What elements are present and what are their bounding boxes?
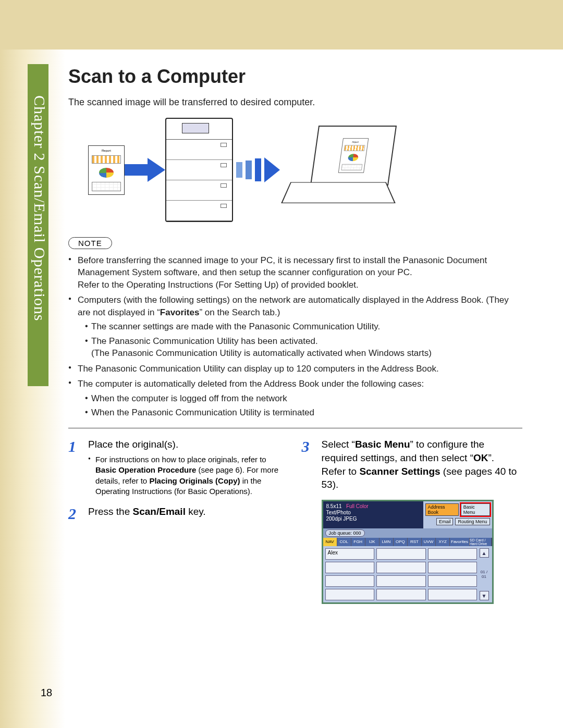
mfp-printer-icon [165, 118, 233, 222]
job-queue-pill[interactable]: Job queue: 000 [325, 529, 365, 537]
note-item: The Panasonic Communication Utility can … [68, 363, 522, 375]
page-title: Scan to a Computer [68, 66, 522, 88]
scroll-up-icon[interactable]: ▲ [480, 548, 489, 558]
steps-row: 1 Place the original(s). For instruction… [68, 438, 522, 604]
address-cell[interactable] [325, 589, 375, 600]
transfer-diagram: Report Report [88, 115, 522, 225]
note-badge: NOTE [68, 237, 112, 249]
note-subitem: When the Panasonic Communication Utility… [85, 406, 522, 418]
document-thumb-left: Report [88, 145, 125, 195]
routing-menu-button[interactable]: Routing Menu [455, 518, 489, 525]
report-label: Report [345, 141, 366, 143]
ss-tab[interactable]: XYZ [436, 538, 450, 546]
content-area: Scan to a Computer The scanned image wil… [65, 61, 522, 728]
address-cell[interactable] [325, 575, 375, 587]
arrow-stripes-icon [236, 157, 283, 182]
laptop-icon: Report [286, 126, 396, 214]
email-button[interactable]: Email [436, 518, 454, 525]
mini-pie-chart-icon [99, 168, 114, 178]
basic-menu-button[interactable]: Basic Menu [461, 503, 490, 516]
ss-tab[interactable]: FGH [351, 538, 365, 546]
step-1: 1 Place the original(s). For instruction… [68, 438, 289, 497]
note-item: Before transferring the scanned image to… [68, 254, 522, 291]
ss-tabs: NAV COL FGH IJK LMN OPQ RST UVW XYZ Favo… [323, 538, 492, 546]
mini-bar-chart-icon [92, 155, 121, 164]
step-number: 2 [68, 505, 81, 523]
mini-line-chart-icon [92, 182, 121, 191]
address-cell[interactable] [428, 548, 478, 560]
ss-tab-favorites[interactable]: Favorites [450, 538, 470, 546]
address-book-button[interactable]: Address Book [425, 503, 459, 516]
note-list: Before transferring the scanned image to… [68, 254, 522, 418]
ss-tab[interactable]: LMN [380, 538, 394, 546]
note-subitem: The Panasonic Communication Utility has … [85, 335, 522, 360]
address-cell[interactable] [376, 575, 426, 587]
page-number: 18 [41, 687, 52, 699]
step-2: 2 Press the Scan/Email key. [68, 505, 289, 523]
address-cell[interactable] [376, 562, 426, 573]
ss-tab-sdcard[interactable]: SD Card / Hard Drive [470, 538, 492, 546]
address-cell[interactable] [428, 589, 478, 600]
report-label: Report [92, 149, 121, 152]
address-cell[interactable] [325, 562, 375, 573]
address-cell[interactable]: Alex [325, 548, 375, 560]
ss-tab[interactable]: OPQ [394, 538, 408, 546]
note-item: Computers (with the following settings) … [68, 294, 522, 359]
scroll-down-icon[interactable]: ▼ [480, 591, 489, 600]
note-item: The computer is automatically deleted fr… [68, 378, 522, 418]
step-3: 3 Select “Basic Menu” to configure the r… [302, 438, 523, 491]
address-cell[interactable] [376, 589, 426, 600]
header-band [0, 0, 563, 50]
note-subitem: The scanner settings are made with the P… [85, 320, 522, 332]
ss-tab[interactable]: NAV [323, 538, 337, 546]
divider [68, 428, 522, 428]
ss-tab[interactable]: RST [408, 538, 422, 546]
step-number: 1 [68, 438, 81, 497]
ss-address-grid: Alex [325, 548, 478, 600]
ss-tab[interactable]: COL [337, 538, 351, 546]
page-indicator: 01 / 01 [479, 570, 490, 579]
ss-tab[interactable]: UVW [422, 538, 436, 546]
step-number: 3 [302, 438, 314, 491]
address-cell[interactable] [428, 562, 478, 573]
arrow-icon [125, 155, 165, 185]
address-cell[interactable] [376, 548, 426, 560]
step-bullet: For instructions on how to place origina… [88, 454, 289, 497]
note-subitem: When the computer is logged off from the… [85, 392, 522, 404]
lcd-screenshot: 8.5x11 Full Color Text/Photo 200dpi JPEG… [322, 500, 494, 604]
ss-info-panel: 8.5x11 Full Color Text/Photo 200dpi JPEG [323, 501, 423, 528]
chapter-tab: Chapter 2 Scan/Email Operations [28, 64, 48, 386]
ss-tab[interactable]: IJK [365, 538, 380, 546]
intro-text: The scanned image will be transferred to… [68, 97, 522, 108]
step-text: Place the original(s). [88, 439, 178, 450]
address-cell[interactable] [428, 575, 478, 587]
